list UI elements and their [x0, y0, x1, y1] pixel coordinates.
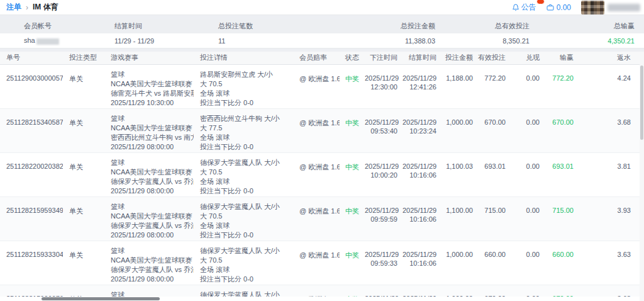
breadcrumb-root-link[interactable]: 注单: [6, 2, 21, 13]
table-row: 2511282153405877 单关 篮球 NCAA美国大学生篮球联赛 密西西…: [0, 108, 640, 152]
rebate: 3.81: [579, 152, 640, 196]
rebate: 3.63: [579, 241, 640, 285]
horizontal-scrollbar[interactable]: [0, 297, 640, 301]
order-number: 2511290030000578: [0, 64, 63, 108]
valid-amount: 693.01: [478, 152, 511, 196]
total-bet-count: 11: [208, 37, 352, 45]
bet-type: 单关: [63, 108, 104, 152]
member-odds: @ 欧洲盘 1.67: [293, 108, 340, 152]
total-bet-amount: 11,388.03: [352, 37, 440, 45]
bet-table-panel: 单号 投注类型 游戏赛事 投注详情 会员赔率 状态 下注时间 结算时间 投注金额…: [0, 52, 644, 301]
member-odds: @ 欧洲盘 1.65: [293, 196, 340, 241]
rebate: 4.24: [579, 64, 640, 108]
detail-selection: 德保罗大学蓝魔人队 大/小: [200, 202, 293, 212]
settle-time: 2025/11/29 10:23:24: [402, 108, 441, 152]
bet-amount: 1,000.00: [441, 241, 478, 285]
detail-cell: 德保罗大学蓝魔人队 大/小 大 70.5 全场 滚球 投注当下比分 0-0: [194, 241, 293, 285]
valid-amount: 670.00: [478, 108, 511, 152]
rebate: 3.93: [579, 196, 640, 241]
breadcrumb-current: IM 体育: [33, 2, 58, 13]
user-menu[interactable]: [581, 1, 640, 14]
detail-period: 全场 滚球: [200, 133, 293, 142]
wallet-button[interactable]: 0.00: [547, 3, 571, 12]
summary-header-win-loss: 总输赢: [535, 21, 644, 31]
event-cell: 篮球 NCAA美国大学生篮球联赛 德雷克斗牛犬 vs 路易斯安那州立虎 2025…: [104, 64, 194, 108]
settle-time-clock: 10:16:06: [402, 259, 436, 268]
bet-amount: 1,000.00: [441, 108, 478, 152]
settle-time: 2025/11/29 10:16:06: [402, 241, 441, 285]
event-teams: 德保罗大学蓝魔人队 vs 乔治亚理工大黄蜂: [111, 177, 194, 186]
cash-out: 0.00: [511, 241, 545, 285]
detail-line: 大 70.5: [200, 79, 293, 89]
event-cell: 篮球 NCAA美国大学生篮球联赛 密西西比州立斗牛狗 vs 南方卫理公会野马 2…: [104, 108, 194, 152]
settle-time-date: 2025/11/29: [402, 74, 436, 82]
detail-selection: 密西西比州立斗牛狗 大/小: [200, 114, 293, 123]
event-sport: 篮球: [111, 202, 194, 212]
valid-amount: 772.20: [478, 64, 511, 108]
col-bet-time: 下注时间: [365, 52, 402, 64]
member-odds: @ 欧洲盘 1.63: [293, 152, 340, 196]
event-cell: 篮球 NCAA美国大学生篮球联赛 德保罗大学蓝魔人队 vs 乔治亚理工大黄蜂 2…: [104, 241, 194, 285]
event-sport: 篮球: [111, 70, 194, 79]
bet-time-date: 2025/11/29: [365, 206, 397, 215]
win-loss: 670.00: [545, 108, 579, 152]
horizontal-scrollbar-thumb[interactable]: [42, 297, 160, 300]
settle-time-date: 2025/11/29: [402, 250, 436, 259]
col-rebate: 返水: [579, 52, 640, 64]
bet-time-date: 2025/11/29: [365, 162, 397, 171]
detail-score: 投注当下比分 0-0: [200, 230, 293, 240]
settle-time-clock: 10:23:24: [402, 127, 436, 135]
detail-selection: 德保罗大学蓝魔人队 大/小: [200, 246, 293, 256]
bet-type: 单关: [63, 64, 104, 108]
event-sport: 篮球: [111, 114, 194, 123]
detail-score: 投注当下比分 0-0: [200, 275, 293, 284]
bet-time-date: 2025/11/29: [365, 250, 397, 259]
event-time: 2025/11/29 10:30:00: [111, 98, 194, 108]
cash-out: 0.00: [511, 64, 545, 108]
col-odds: 会员赔率: [293, 52, 340, 64]
summary-header-total-bets: 总投注笔数: [208, 21, 352, 31]
event-league: NCAA美国大学生篮球联赛: [111, 212, 194, 221]
event-sport: 篮球: [111, 246, 194, 256]
cash-out: 0.00: [511, 152, 545, 196]
topbar: 注单 › IM 体育 公告 0.00: [0, 0, 644, 15]
detail-period: 全场 滚球: [200, 89, 293, 98]
detail-period: 全场 滚球: [200, 177, 293, 186]
status-badge: 中奖: [345, 163, 359, 171]
bet-time: 2025/11/29 09:53:40: [365, 108, 402, 152]
detail-cell: 德保罗大学蓝魔人队 大/小 大 70.5 全场 滚球 投注当下比分 0-0: [194, 196, 293, 241]
table-row: 2511290030000578 单关 篮球 NCAA美国大学生篮球联赛 德雷克…: [0, 64, 640, 108]
member-odds: @ 欧洲盘 1.66: [293, 241, 340, 285]
col-detail: 投注详情: [194, 52, 293, 64]
settle-time-clock: 10:16:06: [402, 171, 436, 179]
bet-type: 单关: [63, 196, 104, 241]
status-badge: 中奖: [345, 207, 359, 215]
vertical-scrollbar-thumb[interactable]: [640, 65, 643, 140]
cash-out: 0.00: [511, 108, 545, 152]
valid-amount: 715.00: [478, 196, 511, 241]
col-bet-type: 投注类型: [63, 52, 104, 64]
vertical-scrollbar[interactable]: [640, 52, 644, 301]
bet-time: 2025/11/29 09:59:33: [365, 241, 402, 285]
announcement-button[interactable]: 公告: [512, 2, 536, 13]
event-teams: 德保罗大学蓝魔人队 vs 乔治亚理工大黄蜂: [111, 265, 194, 275]
summary-header-valid-bet: 总有效投注: [440, 21, 535, 31]
win-loss: 772.20: [545, 64, 579, 108]
win-loss: 715.00: [545, 196, 579, 241]
event-league: NCAA美国大学生篮球联赛: [111, 168, 194, 177]
event-league: NCAA美国大学生篮球联赛: [111, 123, 194, 133]
bet-time: 2025/11/29 09:59:59: [365, 196, 402, 241]
settle-time-clock: 10:16:06: [402, 215, 436, 224]
cash-out: 0.00: [511, 196, 545, 241]
summary-header-account: 会员帐号: [0, 21, 101, 31]
valid-amount: 660.00: [478, 241, 511, 285]
detail-line: 大 70.5: [200, 256, 293, 265]
order-number: 2511282200203827: [0, 152, 63, 196]
username-blurred: [608, 4, 640, 11]
rebate: 3.68: [579, 108, 640, 152]
order-number: 2511282159333043: [0, 241, 63, 285]
event-league: NCAA美国大学生篮球联赛: [111, 79, 194, 89]
win-loss: 693.01: [545, 152, 579, 196]
topbar-actions: 公告 0.00: [512, 1, 640, 14]
event-cell: 篮球 NCAA美国大学生篮球联赛 德保罗大学蓝魔人队 vs 乔治亚理工大黄蜂 2…: [104, 196, 194, 241]
